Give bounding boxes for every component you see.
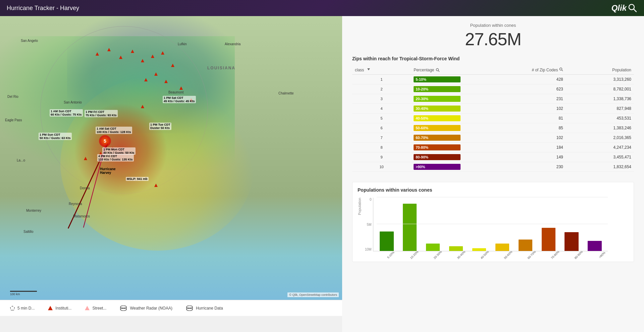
cell-percentage: 20-30% <box>411 94 463 104</box>
cell-zip-count: 149 <box>463 152 566 162</box>
bar-chart-container: Populations within various cones Populat… <box>352 182 634 262</box>
cell-percentage: 60-70% <box>411 133 463 143</box>
map-place-label: Beaumont <box>168 90 184 94</box>
bar-rect <box>588 241 601 251</box>
percentage-bar: 30-40% <box>414 106 461 112</box>
percentage-label: 10-20% <box>414 86 430 92</box>
population-stat-value: 27.65M <box>352 29 634 49</box>
mslp-label: MSLP: 941 mb <box>126 177 149 181</box>
storm-label: 1 AM Sun CDT60 Kts / Gusts: 75 Kts <box>50 109 83 117</box>
bar-column[interactable] <box>375 197 398 251</box>
cell-percentage: 70-80% <box>411 143 463 152</box>
cell-row-num: 10 <box>352 162 411 172</box>
bar-column[interactable] <box>491 197 514 251</box>
map-place-label: San Angelo <box>21 39 38 43</box>
map-place-label: Chalmette <box>278 91 294 95</box>
legend-item-5min: 5 min D... <box>10 306 35 311</box>
table-row: 7 60-70% 102 2,016,365 <box>352 133 634 143</box>
percentage-label: 5-10% <box>414 76 428 82</box>
percentage-bar: 60-70% <box>414 135 461 141</box>
qlik-logo: Qlik <box>611 3 637 13</box>
cell-percentage: 10-20% <box>411 84 463 94</box>
hurricane-eye: 5 <box>99 135 111 147</box>
grid-line-mid <box>377 224 608 224</box>
map-place-label: Alexandria <box>225 42 240 46</box>
search-icon-col[interactable] <box>436 68 440 72</box>
bar-rect <box>472 248 486 251</box>
bar-rect <box>495 244 509 251</box>
cell-population: 2,016,365 <box>566 133 634 143</box>
legend-label-5min: 5 min D... <box>17 306 35 311</box>
cell-row-num: 6 <box>352 123 411 133</box>
storm-label: 1 AM Sat CDT100 Kts / Gusts: 128 Kts <box>96 127 132 134</box>
bar-rect <box>380 231 393 251</box>
map-place-label: Monterrey <box>26 209 41 212</box>
svg-point-6 <box>120 308 126 311</box>
right-panel: Population within cones 27.65M Zips with… <box>342 16 644 332</box>
cell-zip-count: 230 <box>463 162 566 172</box>
chart-area: 10M 5M 0 5-10%10-20%20-30%30-40%40-50%50… <box>365 198 614 257</box>
database-icon-2 <box>186 306 193 311</box>
col-zip-codes: # of Zip Codes <box>463 65 566 75</box>
y-label-5m: 5M <box>365 223 371 226</box>
bar-column[interactable] <box>468 197 491 251</box>
zip-table: class Percentage # of Zip Cod <box>352 65 634 172</box>
header: Hurricane Tracker - Harvey Qlik <box>0 0 644 16</box>
tri-marker <box>179 86 183 90</box>
qlik-search-icon <box>628 3 637 13</box>
legend-item-institution: Instituti... <box>48 306 71 311</box>
storm-label: 1 PM Fri CDT75 Kts / Gusts: 93 Kts <box>85 110 118 117</box>
bar-chart-area <box>373 198 608 251</box>
percentage-bar: 80-90% <box>414 154 461 160</box>
bar-column[interactable] <box>421 197 444 251</box>
table-section-title: Zips within reach for Tropical-Storm-For… <box>352 56 634 61</box>
svg-line-16 <box>562 70 563 71</box>
bar-column[interactable] <box>583 197 606 251</box>
map-container[interactable]: 5 1 PM Sat CDT45 Kts / Gusts: 45 Kts 1 P… <box>0 16 342 316</box>
storm-label: 1 PM Tue CDTDuster 50 Kts <box>149 123 171 130</box>
tri-marker <box>144 78 148 81</box>
percentage-label: >90% <box>414 164 427 170</box>
legend-label-street: Street... <box>92 306 106 311</box>
cell-population: 8,782,001 <box>566 84 634 94</box>
search-icon-zip[interactable] <box>559 67 563 71</box>
y-axis-wrapper: Population <box>358 198 363 257</box>
chart-title: Populations within various cones <box>358 187 629 193</box>
map-scale-bar: 100 km <box>10 291 37 296</box>
map-place-label: Matamoros <box>73 214 90 218</box>
map-place-label: Del Rio <box>7 95 18 98</box>
bar-column[interactable] <box>537 197 560 251</box>
storm-label: 1 PM Sun CDT50 Kts / Gusts: 63 Kts <box>39 133 72 140</box>
cell-percentage: 80-90% <box>411 152 463 162</box>
map-place-label: Lufkin <box>178 42 187 46</box>
bar-rect <box>449 246 463 251</box>
table-row: 9 80-90% 149 3,455,471 <box>352 152 634 162</box>
bar-column[interactable] <box>514 197 537 251</box>
percentage-bar: 10-20% <box>414 86 461 92</box>
percentage-label: 70-80% <box>414 144 430 150</box>
tri-marker <box>84 157 87 160</box>
y-labels-and-bars: 10M 5M 0 <box>365 198 614 251</box>
legend-bar: 5 min D... Instituti... Street... Weathe… <box>0 300 342 316</box>
cell-percentage: >90% <box>411 162 463 172</box>
percentage-bar: 20-30% <box>414 96 461 102</box>
table-row: 5 40-50% 81 453,531 <box>352 114 634 123</box>
storm-label: 1 PM Mon CDT40 Kts / Gusts: 50 Kts <box>102 147 136 155</box>
tri-marker <box>164 80 168 83</box>
svg-marker-12 <box>367 68 370 70</box>
scale-text: 100 km <box>10 292 20 296</box>
svg-point-2 <box>120 306 126 308</box>
legend-item-hurricane-data: Hurricane Data <box>186 306 223 311</box>
bar-column[interactable] <box>398 197 421 251</box>
y-label-0: 0 <box>365 198 371 201</box>
table-row: 1 5-10% 428 3,313,260 <box>352 75 634 84</box>
bar-column[interactable] <box>444 197 468 251</box>
tri-marker <box>107 48 111 51</box>
tri-marker <box>171 64 174 67</box>
sort-icon[interactable] <box>367 67 371 71</box>
percentage-label: 50-60% <box>414 125 430 131</box>
legend-label-weather-radar: Weather Radar (NOAA) <box>130 306 172 311</box>
cell-population: 3,313,260 <box>566 75 634 84</box>
storm-label: 4 PM Fri CDT110 Kts / Gusts: 135 Kts <box>97 154 134 161</box>
bar-column[interactable] <box>560 197 583 251</box>
